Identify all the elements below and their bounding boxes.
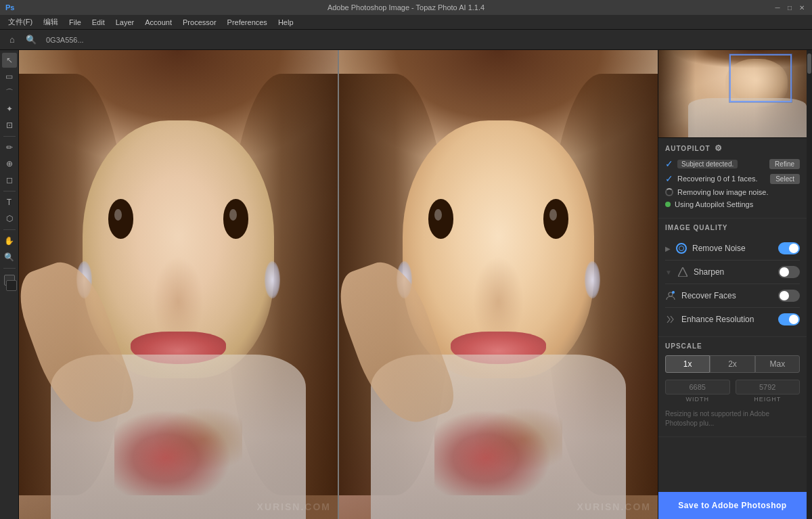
- flowers-after: [434, 402, 562, 496]
- upscale-2x[interactable]: 2x: [710, 355, 754, 373]
- tool-brush[interactable]: ✏: [2, 140, 17, 155]
- width-input[interactable]: [665, 380, 730, 394]
- width-field: WIDTH: [665, 380, 730, 403]
- enhance-resolution-row[interactable]: Enhance Resolution: [665, 308, 800, 331]
- sharpen-icon: [677, 267, 688, 277]
- right-scrollbar[interactable]: [807, 50, 812, 519]
- check-icon: ✓: [665, 158, 673, 169]
- eye-left-before: [108, 199, 133, 238]
- recover-faces-icon: [665, 290, 676, 301]
- minimize-button[interactable]: ─: [773, 3, 782, 12]
- title-bar: Ps Adobe Photoshop Image - Topaz Photo A…: [0, 0, 812, 15]
- subject-detected-row: ✓ Subject detected. Refine: [665, 158, 800, 169]
- autopilot-settings-icon[interactable]: ⚙: [715, 143, 723, 153]
- tool-crop[interactable]: ⊡: [2, 118, 17, 133]
- save-button-label: Save to Adobe Photoshop: [678, 501, 786, 510]
- sharpen-row[interactable]: ▼ Sharpen: [665, 261, 800, 284]
- recover-faces-label: Recover Faces: [681, 291, 773, 300]
- toggle-thumb-enhance: [789, 315, 798, 324]
- remove-noise-toggle[interactable]: [778, 242, 800, 254]
- tool-background[interactable]: [6, 280, 17, 291]
- tool-hand[interactable]: ✋: [2, 233, 17, 248]
- maximize-button[interactable]: □: [785, 3, 794, 12]
- autopilot-header: AUTOPILOT ⚙: [665, 143, 800, 153]
- tool-zoom[interactable]: 🔍: [2, 250, 17, 265]
- tool-path[interactable]: ⬡: [2, 211, 17, 226]
- upscale-1x[interactable]: 1x: [665, 355, 710, 373]
- sharpen-label: Sharpen: [694, 267, 773, 277]
- tool-eraser[interactable]: ◻: [2, 173, 17, 187]
- tool-separator-4: [3, 268, 16, 269]
- menu-edit[interactable]: Edit: [87, 17, 110, 28]
- menu-account[interactable]: Account: [139, 17, 177, 28]
- enhance-resolution-label: Enhance Resolution: [681, 315, 773, 324]
- upscale-max[interactable]: Max: [755, 355, 800, 373]
- menu-layer[interactable]: Layer: [110, 17, 140, 28]
- right-panel: AUTOPILOT ⚙ ✓ Subject detected. Refine ✓…: [658, 50, 807, 519]
- toolbar: ⌂ 🔍 0G3A556...: [0, 30, 812, 50]
- thumbnail-image: [658, 50, 807, 137]
- height-input[interactable]: [736, 380, 800, 394]
- removing-noise-row: Removing low image noise.: [665, 188, 800, 196]
- tool-select-rect[interactable]: ▭: [2, 69, 17, 84]
- toolbar-search[interactable]: 🔍: [23, 32, 39, 48]
- eye-right-before: [223, 199, 248, 238]
- tool-lasso[interactable]: ⌒: [2, 85, 17, 100]
- nose-after: [473, 256, 524, 332]
- image-quality-header: IMAGE QUALITY: [665, 224, 800, 231]
- recover-faces-row[interactable]: Recover Faces: [665, 284, 800, 308]
- tool-magic-wand[interactable]: ✦: [2, 101, 17, 116]
- tool-text[interactable]: T: [2, 195, 17, 210]
- upscale-options: 1x 2x Max: [665, 355, 800, 373]
- toggle-thumb-sharpen: [780, 267, 789, 277]
- tool-move[interactable]: ↖: [2, 53, 17, 68]
- window-controls: ─ □ ✕: [773, 3, 807, 12]
- autopilot-title: AUTOPILOT: [665, 145, 710, 152]
- menu-preferences[interactable]: Preferences: [222, 17, 273, 28]
- tool-clone[interactable]: ⊕: [2, 156, 17, 171]
- right-scroll-thumb[interactable]: [807, 53, 811, 74]
- refine-button[interactable]: Refine: [769, 159, 800, 169]
- menu-file-cn[interactable]: 文件(F): [3, 16, 38, 28]
- split-divider[interactable]: [338, 50, 339, 519]
- main-layout: ↖ ▭ ⌒ ✦ ⊡ ✏ ⊕ ◻ T ⬡ ✋ 🔍: [0, 50, 812, 519]
- thumbnail-area: [658, 50, 807, 138]
- save-button[interactable]: Save to Adobe Photoshop: [658, 492, 807, 519]
- toggle-thumb-noise: [789, 244, 798, 253]
- menu-processor[interactable]: Processor: [177, 17, 222, 28]
- recover-faces-toggle[interactable]: [778, 290, 800, 302]
- toolbar-home[interactable]: ⌂: [4, 32, 20, 48]
- menu-bar: 文件(F) 编辑 File Edit Layer Account Process…: [0, 15, 812, 30]
- right-panel-content: AUTOPILOT ⚙ ✓ Subject detected. Refine ✓…: [658, 138, 807, 492]
- menu-file[interactable]: File: [64, 17, 87, 28]
- resize-note: Resizing is not supported in Adobe Photo…: [665, 407, 800, 431]
- menu-edit-cn[interactable]: 编辑: [38, 16, 64, 28]
- thumbnail-selection: [729, 54, 792, 102]
- upscale-title: UPSCALE: [665, 342, 702, 350]
- remove-noise-row[interactable]: ▶ Remove Noise: [665, 237, 800, 261]
- image-quality-title: IMAGE QUALITY: [665, 224, 727, 231]
- spinner-icon: [665, 188, 673, 196]
- after-portrait: XURISN.COM: [339, 50, 658, 519]
- tool-separator-2: [3, 191, 16, 191]
- svg-marker-0: [678, 267, 687, 277]
- green-dot-icon: [665, 202, 671, 207]
- tools-panel: ↖ ▭ ⌒ ✦ ⊡ ✏ ⊕ ◻ T ⬡ ✋ 🔍: [0, 50, 19, 519]
- select-button[interactable]: Select: [770, 174, 800, 184]
- enhance-resolution-toggle[interactable]: [778, 313, 800, 325]
- dimension-row: WIDTH HEIGHT: [665, 380, 800, 403]
- expand-noise-icon: ▶: [665, 245, 671, 252]
- before-portrait: XURISN.COM: [19, 50, 338, 519]
- canvas-inner: XURISN.COM: [19, 50, 658, 519]
- close-button[interactable]: ✕: [797, 3, 807, 12]
- face-check-icon: ✓: [665, 173, 673, 184]
- sharpen-toggle[interactable]: [778, 266, 800, 278]
- height-field: HEIGHT: [736, 380, 800, 403]
- noise-icon: [676, 243, 687, 254]
- expand-sharpen-icon: ▼: [665, 269, 672, 276]
- height-label: HEIGHT: [736, 396, 800, 403]
- app-logo: Ps: [5, 3, 14, 12]
- file-name: 0G3A556...: [42, 36, 88, 44]
- menu-help[interactable]: Help: [273, 17, 299, 28]
- window-title: Adobe Photoshop Image - Topaz Photo AI 1…: [328, 3, 484, 12]
